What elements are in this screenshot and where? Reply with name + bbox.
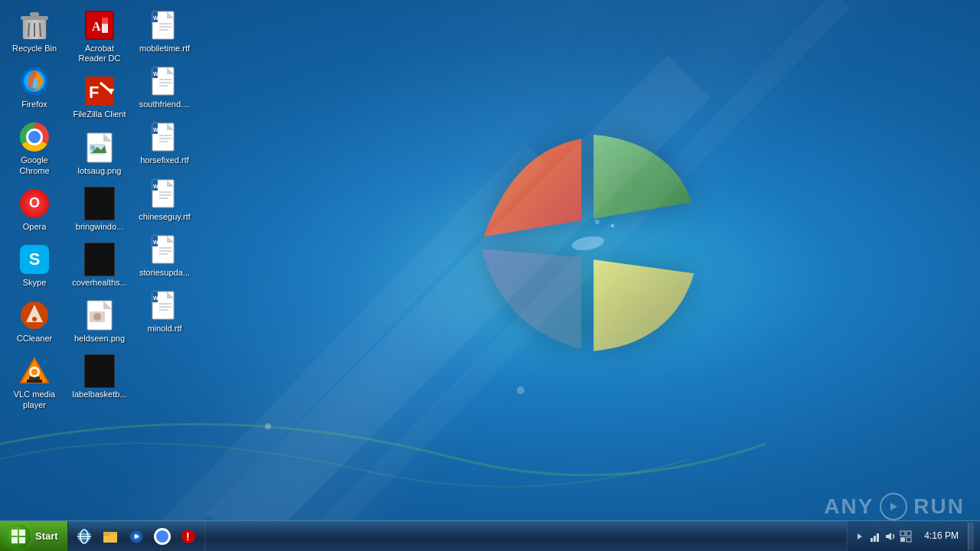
- chineseguy-icon[interactable]: W chineseguy.rtf: [134, 172, 195, 228]
- skype-label: Skype: [23, 278, 47, 288]
- vlc-icon-desktop[interactable]: VLC media player: [4, 350, 65, 416]
- svg-rect-29: [102, 18, 108, 24]
- vlc-label: VLC media player: [7, 390, 62, 409]
- tray-volume-icon[interactable]: [884, 530, 897, 543]
- svg-rect-110: [906, 531, 911, 536]
- svg-point-37: [90, 145, 95, 150]
- svg-text:W: W: [153, 71, 158, 77]
- horsefixed-label: horsefixed.rtf: [140, 155, 189, 165]
- svg-rect-106: [874, 536, 876, 542]
- show-desktop-button[interactable]: [968, 523, 974, 550]
- opera-label: Opera: [23, 222, 47, 232]
- svg-text:!: !: [186, 530, 190, 543]
- svg-rect-86: [11, 530, 18, 536]
- anyrun-watermark: ANY RUN: [824, 493, 965, 520]
- taskbar: Start: [0, 520, 980, 551]
- storiesupda-label: storiesupda...: [139, 268, 190, 278]
- chrome-label: Google Chrome: [7, 155, 62, 175]
- acrobat-icon-desktop[interactable]: A Acrobat Reader DC: [69, 4, 130, 70]
- start-label: Start: [35, 530, 58, 542]
- firefox-icon-desktop[interactable]: Firefox: [4, 60, 65, 116]
- svg-rect-111: [900, 537, 905, 542]
- svg-text:W: W: [153, 184, 158, 189]
- tray-network-icon[interactable]: [869, 530, 881, 543]
- chrome-icon-desktop[interactable]: Google Chrome: [4, 116, 65, 181]
- recycle-bin-icon[interactable]: Recycle Bin: [4, 4, 65, 60]
- desktop-icons-col1: Recycle Bin Firefox Google Chrome: [4, 4, 65, 416]
- svg-line-14: [40, 23, 41, 37]
- svg-text:A: A: [92, 20, 101, 33]
- windows-logo: [467, 122, 712, 367]
- taskbar-quick-launch: !: [68, 521, 205, 551]
- ccleaner-label: CCleaner: [17, 334, 52, 344]
- svg-rect-107: [877, 533, 879, 542]
- mobiletime-icon[interactable]: W mobiletime.rtf: [134, 4, 195, 60]
- taskbar-chrome-button[interactable]: [150, 524, 175, 549]
- southfriend-label: southfriend....: [139, 99, 191, 109]
- svg-text:F: F: [89, 83, 99, 102]
- svg-rect-97: [103, 532, 117, 534]
- svg-point-42: [93, 313, 101, 321]
- tray-expand-button[interactable]: [854, 530, 866, 543]
- tray-icons: [854, 530, 912, 543]
- lotsaug-label: lotsaug.png: [78, 166, 122, 176]
- chineseguy-label: chineseguy.rtf: [139, 212, 191, 222]
- svg-text:W: W: [153, 240, 158, 245]
- labelbasket-icon[interactable]: labelbasketb...: [69, 350, 130, 406]
- svg-rect-23: [27, 380, 42, 383]
- svg-marker-85: [890, 503, 897, 510]
- filezilla-label: FileZilla Client: [73, 109, 126, 119]
- labelbasket-label: labelbasketb...: [73, 390, 127, 399]
- mobiletime-label: mobiletime.rtf: [139, 44, 190, 54]
- svg-rect-88: [11, 537, 18, 543]
- taskbar-security-button[interactable]: !: [176, 524, 201, 549]
- firefox-label: Firefox: [21, 99, 47, 109]
- svg-point-25: [31, 369, 38, 375]
- heldseen-label: heldseen.png: [74, 334, 125, 344]
- heldseen-icon[interactable]: heldseen.png: [69, 294, 130, 350]
- opera-icon-desktop[interactable]: O Opera: [4, 182, 65, 238]
- svg-point-19: [32, 317, 37, 321]
- recycle-bin-label: Recycle Bin: [12, 44, 57, 54]
- tray-clock[interactable]: 4:16 PM: [921, 530, 962, 543]
- tray-action-center-icon[interactable]: [900, 530, 912, 543]
- svg-rect-87: [19, 530, 25, 536]
- taskbar-explorer-button[interactable]: [98, 524, 122, 549]
- svg-point-4: [265, 423, 271, 429]
- coverhealth-label: coverhealths...: [72, 278, 127, 288]
- coverhealth-icon[interactable]: coverhealths...: [69, 238, 130, 294]
- svg-marker-104: [858, 533, 862, 540]
- skype-icon-desktop[interactable]: S Skype: [4, 238, 65, 294]
- ccleaner-icon-desktop[interactable]: CCleaner: [4, 294, 65, 350]
- svg-rect-105: [871, 538, 873, 542]
- svg-point-5: [517, 386, 524, 394]
- svg-marker-108: [886, 533, 891, 540]
- bringwindows-icon[interactable]: bringwindo...: [69, 182, 130, 238]
- taskbar-media-button[interactable]: [124, 524, 149, 549]
- start-orb: [6, 524, 31, 549]
- storiesupda-icon[interactable]: W storiesupda...: [134, 228, 195, 284]
- svg-rect-89: [19, 537, 25, 543]
- desktop-icons-col2: A Acrobat Reader DC F FileZilla Client: [69, 4, 130, 406]
- southfriend-icon[interactable]: W southfriend....: [134, 60, 195, 116]
- minold-label: minold.rtf: [147, 324, 181, 334]
- svg-rect-11: [30, 12, 39, 16]
- svg-rect-109: [900, 531, 905, 536]
- svg-rect-10: [21, 16, 48, 20]
- anyrun-play-icon: [880, 493, 907, 520]
- horsefixed-icon[interactable]: W horsefixed.rtf: [134, 116, 195, 171]
- filezilla-icon-desktop[interactable]: F FileZilla Client: [69, 70, 130, 126]
- svg-point-0: [570, 234, 605, 253]
- acrobat-label: Acrobat Reader DC: [72, 44, 127, 64]
- minold-icon[interactable]: W minold.rtf: [134, 284, 195, 340]
- svg-text:W: W: [153, 295, 158, 301]
- bringwindows-label: bringwindo...: [76, 222, 123, 232]
- clock-time: 4:16 PM: [924, 530, 959, 543]
- svg-text:W: W: [153, 15, 158, 21]
- lotsaug-png-icon[interactable]: lotsaug.png: [69, 126, 130, 182]
- desktop: Recycle Bin Firefox Google Chrome: [0, 0, 980, 551]
- taskbar-ie-button[interactable]: [72, 524, 96, 549]
- svg-rect-112: [906, 537, 911, 542]
- svg-line-12: [28, 23, 29, 37]
- start-button[interactable]: Start: [0, 521, 68, 552]
